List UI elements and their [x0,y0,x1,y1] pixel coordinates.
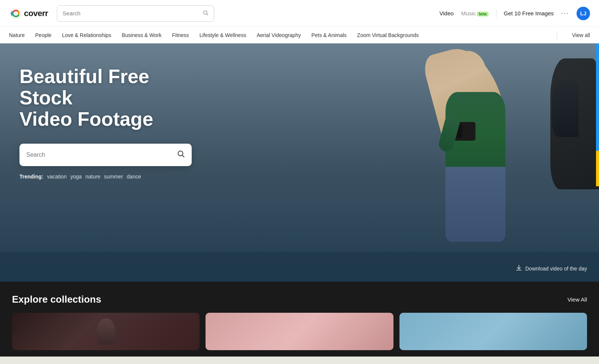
cat-pets-animals[interactable]: Pets & Animals [311,32,347,38]
svg-point-1 [204,10,207,14]
hero-search-icon [177,150,185,160]
header: coverr Video Musicbeta Get 10 Free Image… [0,0,599,27]
download-badge[interactable]: Download video of the day [516,264,587,273]
explore-title: Explore collections [12,294,101,305]
svg-line-2 [207,14,208,15]
trending-tag-vacation[interactable]: vacation [47,174,67,180]
avatar[interactable]: LJ [577,7,590,20]
trending-label: Trending: [19,174,43,180]
cat-divider [557,31,557,39]
cat-people[interactable]: People [35,32,52,38]
logo-text: coverr [24,9,48,18]
nav-video[interactable]: Video [440,10,454,16]
cat-business-work[interactable]: Business & Work [122,32,161,38]
cat-zoom-virtual-backgrounds[interactable]: Zoom Virtual Backgrounds [357,32,419,38]
svg-line-4 [182,155,184,157]
svg-point-3 [178,151,183,156]
explore-header: Explore collections View All [12,294,587,305]
get-free-images-button[interactable]: Get 10 Free Images [504,10,554,16]
explore-view-all[interactable]: View All [568,296,587,303]
cat-nature[interactable]: Nature [9,32,25,38]
header-right: Video Musicbeta Get 10 Free Images ··· L… [440,7,590,20]
cat-love-relationships[interactable]: Love & Relationships [62,32,112,38]
side-bar-yellow [596,151,599,187]
hero-search-bar[interactable] [19,144,192,166]
logo-icon [9,7,22,20]
header-search-input[interactable] [63,10,200,16]
trending-tag-dance[interactable]: dance [127,174,141,180]
download-text: Download video of the day [525,266,587,272]
side-bar-blue [596,43,599,151]
hero-content: Beautiful Free Stock Video Footage Trend… [0,43,599,202]
hero-section: Beautiful Free Stock Video Footage Trend… [0,43,599,282]
cat-fitness[interactable]: Fitness [172,32,189,38]
trending-tag-nature[interactable]: nature [85,174,100,180]
header-search-icon [203,10,209,17]
nav-divider [496,9,496,18]
trending-tag-summer[interactable]: summer [104,174,123,180]
download-icon [516,264,522,273]
hero-search-input[interactable] [26,152,172,158]
nav-music[interactable]: Musicbeta [461,10,489,16]
collection-card-3[interactable] [399,313,587,350]
collection-grid [12,313,587,350]
cat-aerial-videography[interactable]: Aerial Videography [257,32,301,38]
header-search-bar[interactable] [57,5,214,22]
more-options-button[interactable]: ··· [561,9,569,17]
hero-title: Beautiful Free Stock Video Footage [19,66,207,130]
cat-view-all[interactable]: View all [572,32,590,38]
music-beta-badge: beta [477,12,489,16]
logo[interactable]: coverr [9,7,48,20]
cat-lifestyle-wellness[interactable]: Lifestyle & Wellness [200,32,246,38]
collection-card-2[interactable] [206,313,393,350]
collection-card-1[interactable] [12,313,200,350]
explore-section: Explore collections View All [0,282,599,357]
trending-section: Trending: vacation yoga nature summer da… [19,174,580,180]
category-nav: Nature People Love & Relationships Busin… [0,27,599,43]
trending-tag-yoga[interactable]: yoga [70,174,82,180]
